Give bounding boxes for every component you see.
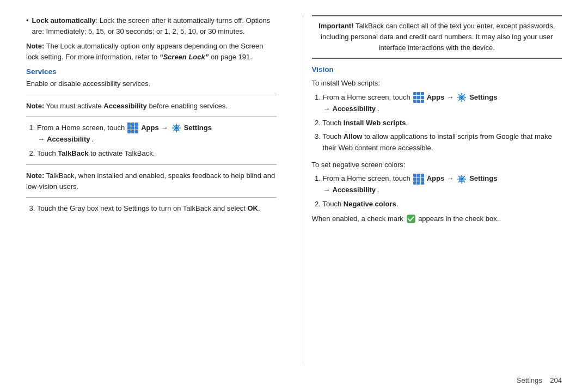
- footer-settings: Settings: [517, 376, 542, 384]
- n-step1: From a Home screen, touch Apps →: [323, 173, 562, 196]
- right-column: Important! TalkBack can collect all of t…: [303, 15, 562, 365]
- step3-list: Touch the Gray box next to Settings to t…: [26, 203, 277, 215]
- services-heading: Services: [26, 68, 277, 76]
- note3-label: Note:: [26, 171, 44, 180]
- settings-icon-3: [457, 174, 467, 184]
- page-footer: Settings 204: [0, 376, 588, 392]
- n-step3-pre: When enabled, a check mark: [312, 215, 403, 223]
- vision-heading: Vision: [312, 65, 562, 74]
- note3-text: TalkBack, when installed and enabled, sp…: [26, 171, 275, 191]
- n-step1-arrow2: →: [323, 185, 330, 196]
- step1-arrow2: →: [38, 134, 45, 145]
- apps-icon-3: [413, 174, 424, 185]
- n-step1-pre: From a Home screen, touch: [323, 173, 411, 185]
- settings-icon-1: [171, 123, 181, 133]
- install-scripts-pre: To install Web scripts:: [312, 78, 562, 89]
- n-step3-end: appears in the check box.: [418, 215, 499, 223]
- important-label: Important!: [318, 22, 353, 30]
- note2-bold2: Accessibility: [103, 102, 147, 110]
- r-step2-end: .: [406, 119, 408, 127]
- step1: From a Home screen, touch Apps →: [37, 122, 277, 145]
- step2: Touch TalkBack to activate TalkBack.: [37, 148, 277, 160]
- install-steps: From a Home screen, touch Apps →: [312, 92, 562, 154]
- r-step3-pre: Touch: [323, 132, 344, 140]
- settings-icon-2: [457, 93, 467, 102]
- step1-accessibility: Accessibility: [47, 134, 90, 145]
- note1-italic: “Screen Lock”: [160, 53, 209, 61]
- note1-label: Note:: [26, 42, 44, 50]
- r-step1-arrow: →: [446, 92, 454, 103]
- steps-list: From a Home screen, touch Apps →: [26, 122, 277, 159]
- footer-page: 204: [550, 376, 562, 384]
- checkmark-note: When enabled, a check mark appears in th…: [312, 213, 562, 224]
- step2-bold: TalkBack: [58, 149, 88, 157]
- n-step1-arrow: →: [446, 173, 454, 185]
- n-step2-end: .: [396, 200, 399, 208]
- services-desc: Enable or disable accessibility services…: [26, 78, 277, 89]
- svg-point-2: [175, 127, 177, 130]
- r-step3: Touch Allow to allow applications to ins…: [323, 131, 562, 154]
- r-step1: From a Home screen, touch Apps →: [323, 92, 562, 115]
- step3-bold: OK: [247, 204, 258, 212]
- apps-icon-2: [413, 92, 424, 103]
- divider3: [26, 164, 277, 165]
- divider1: [26, 95, 277, 95]
- note-accessibility: Note: You must activate Accessibility be…: [26, 101, 277, 112]
- important-text: TalkBack can collect all of the text you…: [321, 22, 555, 52]
- note1-page: on page 191.: [209, 53, 252, 61]
- step1-settings: Settings: [184, 122, 212, 134]
- important-block: Important! TalkBack can collect all of t…: [312, 15, 562, 59]
- negative-pre: To set negative screen colors:: [312, 160, 562, 170]
- divider4: [26, 197, 277, 198]
- step3: Touch the Gray box next to Settings to t…: [37, 203, 277, 215]
- step2-pre: Touch: [37, 149, 58, 157]
- n-step2-bold: Negative colors: [344, 200, 396, 208]
- note-talkback: Note: TalkBack, when installed and enabl…: [26, 170, 277, 192]
- svg-point-8: [461, 178, 463, 180]
- r-step1-settings: Settings: [469, 92, 497, 103]
- step1-pre: From a Home screen, touch: [37, 122, 125, 134]
- n-step1-apps: Apps: [427, 173, 445, 185]
- checkmark-icon: [407, 215, 415, 223]
- note2-end: before enabling services.: [147, 102, 228, 110]
- negative-steps: From a Home screen, touch Apps →: [312, 173, 562, 210]
- r-step2-bold: Install Web scripts: [344, 119, 406, 127]
- r-step2-pre: Touch: [323, 119, 344, 127]
- step1-arrow: →: [161, 122, 168, 134]
- note2-label: Note:: [26, 102, 44, 110]
- n-step2: Touch Negative colors.: [323, 199, 562, 210]
- n-step1-settings: Settings: [469, 173, 497, 185]
- note-lock-auto: Note: The Lock automatically option only…: [26, 41, 277, 62]
- divider2: [26, 117, 277, 117]
- r-step1-accessibility: Accessibility: [333, 103, 376, 115]
- step1-apps: Apps: [141, 122, 159, 134]
- step3-end: .: [258, 204, 260, 212]
- apps-icon-1: [127, 122, 138, 133]
- step3-pre: Touch the Gray box next to Settings to t…: [37, 204, 247, 212]
- step2-end: to activate TalkBack.: [88, 149, 155, 157]
- r-step1-arrow2: →: [323, 103, 330, 115]
- n-step2-pre: Touch: [323, 200, 344, 208]
- note2-bold: You must activate: [44, 102, 103, 110]
- r-step3-bold: Allow: [344, 132, 363, 140]
- bullet-lock-auto: • Lock automatically: Lock the screen af…: [26, 15, 277, 36]
- r-step1-apps: Apps: [427, 92, 445, 103]
- r-step2: Touch Install Web scripts.: [323, 118, 562, 129]
- svg-point-5: [461, 96, 463, 99]
- lock-auto-label: Lock automatically: [32, 16, 96, 24]
- left-column: • Lock automatically: Lock the screen af…: [26, 15, 285, 365]
- r-step1-pre: From a Home screen, touch: [323, 92, 411, 103]
- n-step1-accessibility: Accessibility: [333, 185, 376, 196]
